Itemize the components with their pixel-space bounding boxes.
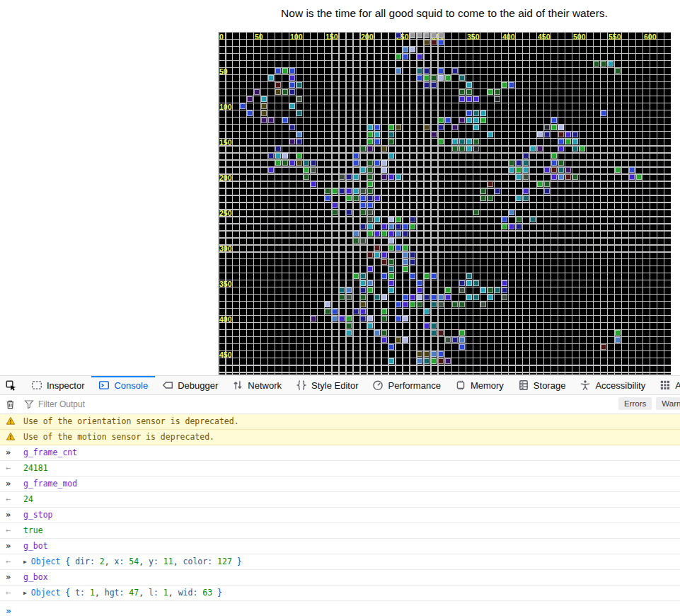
grid-cell — [388, 273, 394, 279]
grid-cell — [289, 125, 295, 130]
message-body: g_box — [23, 572, 48, 583]
grid-cell — [275, 146, 281, 152]
grid-cell — [304, 160, 309, 166]
axis-label-top: 150 — [325, 33, 338, 40]
object-separator: , — [173, 557, 183, 566]
tab-inspector[interactable]: Inspector — [24, 376, 91, 394]
tab-application[interactable]: Application — [652, 376, 680, 394]
grid-cell — [572, 139, 578, 144]
expand-object-icon[interactable]: ▶ — [23, 590, 27, 596]
grid-cell — [346, 195, 352, 201]
grid-cell — [353, 160, 359, 166]
grid-cell — [296, 132, 302, 137]
warning-icon — [6, 432, 23, 441]
grid-cell — [282, 68, 288, 74]
message-body: 24 — [23, 494, 33, 505]
grid-cell — [438, 330, 444, 336]
grid-cell — [495, 287, 500, 293]
tab-memory[interactable]: Memory — [448, 376, 511, 394]
grid-cell — [438, 118, 444, 123]
grid-cell — [296, 96, 302, 102]
tab-console[interactable]: Console — [91, 376, 155, 394]
return-value-icon: ← — [6, 557, 23, 567]
grid-cell — [459, 118, 465, 123]
grid-cell — [403, 266, 408, 272]
tab-performance[interactable]: Performance — [365, 376, 447, 394]
object-separator: , — [168, 588, 178, 598]
grid-cell — [459, 287, 465, 293]
console-evaluation-result: ←true — [0, 523, 680, 539]
message-body: ▶Object { dir: 2, x: 54, y: 11, color: 1… — [23, 557, 242, 567]
grid-cell — [410, 252, 415, 258]
grid-cell — [502, 217, 507, 222]
grid-cell — [438, 33, 444, 38]
grid-cell — [615, 330, 621, 336]
grid-cell — [289, 75, 295, 81]
grid-cell — [346, 316, 352, 321]
message-body: 24181 — [23, 463, 48, 474]
grid-cell — [388, 238, 394, 244]
grid-cell — [410, 33, 415, 38]
grid-cell — [388, 153, 394, 159]
grid-cell — [558, 139, 564, 144]
grid-cell — [311, 316, 316, 321]
grid-cell — [374, 245, 380, 251]
game-canvas[interactable]: 0501001502002503003504004505005506005010… — [218, 32, 671, 375]
grid-cell — [247, 96, 253, 102]
grid-cell — [473, 110, 479, 116]
grid-cell — [381, 337, 387, 343]
grid-cell — [353, 195, 359, 201]
grid-cell — [367, 266, 373, 272]
grid-cell — [289, 139, 295, 144]
grid-cell — [339, 287, 345, 293]
grid-cell — [367, 287, 373, 293]
grid-cell — [367, 195, 373, 201]
grid-cell — [601, 61, 606, 67]
devtools-tabbar: InspectorConsoleDebuggerNetworkStyle Edi… — [0, 376, 680, 395]
grid-cell — [636, 174, 642, 180]
object-class-name: Object — [31, 588, 65, 598]
grid-cell — [438, 68, 444, 74]
tab-accessibility[interactable]: Accessibility — [572, 376, 652, 394]
axis-label-top: 50 — [255, 33, 263, 40]
grid-cell — [403, 224, 408, 229]
warnings-filter-button[interactable]: Warnings — [656, 397, 680, 410]
input-echo-icon: » — [6, 479, 23, 489]
console-command-echo: »g_box — [0, 570, 680, 586]
grid-cell — [410, 224, 415, 229]
grid-cell — [544, 188, 550, 194]
grid-cell — [424, 309, 430, 314]
grid-cell — [396, 316, 401, 321]
tab-debugger[interactable]: Debugger — [155, 376, 225, 394]
axis-label-top: 0 — [219, 33, 224, 40]
grid-cell — [374, 295, 380, 300]
clear-console-button[interactable] — [0, 399, 21, 410]
devtools-tabs: InspectorConsoleDebuggerNetworkStyle Edi… — [24, 376, 680, 394]
grid-cell — [410, 47, 415, 52]
axis-label-top: 400 — [502, 33, 515, 40]
node-picker-icon — [5, 380, 16, 391]
grid-cell — [275, 153, 281, 159]
message-body: ▶Object { t: 1, hgt: 47, l: 1, wid: 63 } — [23, 588, 222, 598]
grid-cell — [516, 217, 521, 222]
object-class-name: Object — [31, 557, 65, 566]
tab-network[interactable]: Network — [225, 376, 289, 394]
grid-cell — [452, 146, 458, 152]
grid-cell — [438, 40, 444, 45]
tab-label: Storage — [534, 380, 566, 391]
grid-cell — [565, 139, 571, 144]
errors-filter-button[interactable]: Errors — [618, 397, 652, 410]
grid-cell — [311, 167, 316, 173]
console-input-line[interactable]: » — [0, 601, 680, 616]
tab-storage[interactable]: Storage — [511, 376, 573, 394]
filter-output-input[interactable] — [38, 399, 250, 409]
console-output: Use of the orientation sensor is depreca… — [0, 414, 680, 616]
tab-style-editor[interactable]: Style Editor — [289, 376, 365, 394]
grid-cell — [403, 259, 408, 265]
expand-object-icon[interactable]: ▶ — [23, 559, 27, 565]
node-picker-button[interactable] — [0, 376, 21, 394]
grid-cell — [325, 302, 330, 307]
grid-cell — [240, 103, 246, 109]
object-separator: , — [139, 588, 149, 598]
grid-cell — [353, 188, 359, 194]
